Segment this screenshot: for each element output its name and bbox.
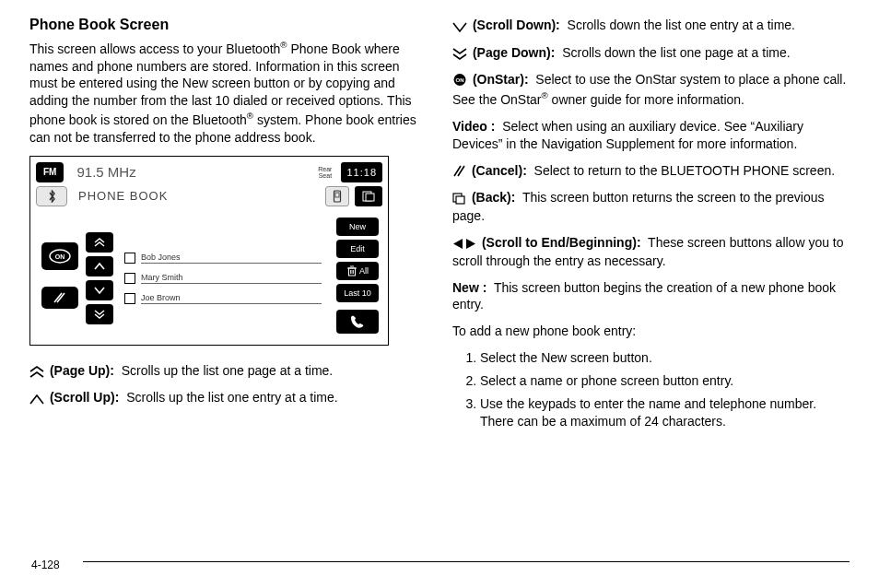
back-icon (452, 190, 466, 207)
intro-paragraph: This screen allows access to your Blueto… (29, 39, 427, 147)
checkbox-icon[interactable] (124, 273, 135, 284)
phone-icon-chip[interactable] (325, 186, 349, 206)
def-page-up: (Page Up): Scrolls up the list one page … (29, 362, 427, 381)
section-title: Phone Book Screen (29, 17, 427, 33)
svg-rect-3 (366, 194, 374, 201)
page-number: 4-128 (31, 559, 60, 571)
cancel-icon (452, 162, 466, 180)
list-item[interactable]: Joe Brown (124, 293, 322, 304)
list-item[interactable]: Bob Jones (124, 253, 322, 264)
checkbox-icon[interactable] (124, 253, 135, 264)
page-down-button[interactable] (86, 304, 113, 324)
scroll-up-icon (29, 390, 44, 407)
def-onstar: ON (OnStar): Select to use the OnStar sy… (452, 71, 850, 108)
diagram-title-bar: PHONE BOOK (36, 186, 382, 206)
svg-text:ON: ON (55, 253, 65, 260)
edit-button[interactable]: Edit (336, 240, 379, 258)
step-item: Select a name or phone screen button ent… (480, 372, 850, 390)
svg-rect-10 (456, 196, 464, 204)
svg-text:ON: ON (456, 77, 464, 83)
last10-button[interactable]: Last 10 (336, 284, 379, 302)
band-chip[interactable]: FM (36, 162, 64, 182)
page-down-icon (452, 45, 467, 63)
scroll-end-icon (452, 235, 476, 253)
def-cancel: (Cancel): Select to return to the BLUETO… (452, 162, 850, 181)
cancel-button[interactable] (41, 287, 78, 309)
page-up-icon (29, 363, 44, 381)
back-chip[interactable] (355, 186, 382, 206)
bluetooth-icon[interactable] (36, 186, 67, 206)
delete-all-button[interactable]: All (336, 262, 379, 280)
rear-seat-label: RearSeat (314, 166, 335, 179)
scroll-up-button[interactable] (86, 256, 113, 276)
step-item: Select the New screen button. (480, 349, 850, 367)
def-scroll-up: (Scroll Up): Scrolls up the list one ent… (29, 389, 427, 407)
scroll-down-button[interactable] (86, 280, 113, 300)
def-scroll-end: (Scroll to End/Beginning): These screen … (452, 234, 850, 270)
frequency-label: 91.5 MHz (69, 164, 309, 180)
time-display: 11:18 (341, 162, 382, 182)
onstar-button[interactable]: ON (41, 242, 78, 270)
phonebook-title: PHONE BOOK (73, 189, 320, 203)
scroll-down-icon (452, 18, 467, 35)
checkbox-icon[interactable] (124, 293, 135, 304)
add-entry-intro: To add a new phone book entry: (452, 323, 850, 340)
def-new: New : This screen button begins the crea… (452, 279, 850, 314)
footer-rule (83, 561, 850, 562)
list-item[interactable]: Mary Smith (124, 273, 322, 284)
diagram-body: ON (36, 210, 382, 339)
right-column: (Scroll Down): Scrolls down the list one… (452, 17, 850, 436)
svg-rect-1 (335, 193, 339, 197)
def-scroll-down: (Scroll Down): Scrolls down the list one… (452, 17, 850, 35)
def-video: Video : Select when using an auxiliary d… (452, 118, 850, 153)
step-item: Use the keypads to enter the name and te… (480, 395, 850, 430)
left-column: Phone Book Screen This screen allows acc… (29, 17, 427, 436)
phone-book-diagram: FM 91.5 MHz RearSeat 11:18 PHONE BOOK (29, 156, 389, 346)
def-page-down: (Page Down): Scrolls down the list one p… (452, 44, 850, 63)
def-back: (Back): This screen button returns the s… (452, 189, 850, 225)
page-up-button[interactable] (86, 232, 113, 253)
diagram-top-bar: FM 91.5 MHz RearSeat 11:18 (36, 162, 382, 182)
new-button[interactable]: New (336, 218, 379, 236)
add-entry-steps: Select the New screen button. Select a n… (452, 349, 850, 430)
onstar-icon: ON (452, 72, 467, 89)
call-button[interactable] (336, 310, 379, 334)
